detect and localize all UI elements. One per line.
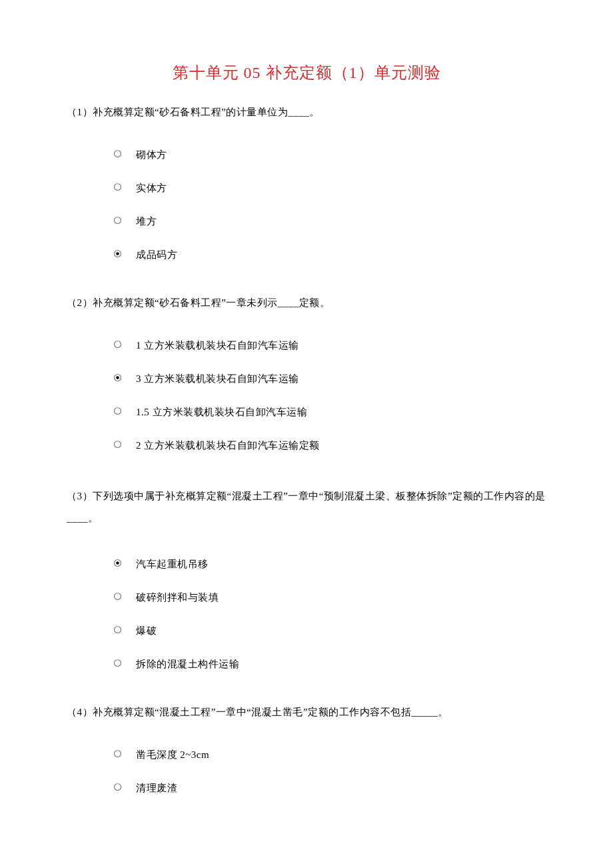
radio-unselected-icon[interactable] (113, 783, 122, 791)
option-row[interactable]: 砌体方 (113, 147, 546, 163)
option-label: 拆除的混凝土构件运输 (136, 656, 239, 672)
option-row[interactable]: 堆方 (113, 213, 546, 229)
option-label: 砌体方 (136, 147, 167, 163)
option-row[interactable]: 2 立方米装载机装块石自卸汽车运输定额 (113, 437, 546, 453)
question-4: （4）补充概算定额“混凝土工程”一章中“混凝土凿毛”定额的工作内容不包括____… (67, 704, 546, 796)
option-label: 堆方 (136, 213, 157, 229)
radio-unselected-icon[interactable] (113, 183, 122, 191)
question-3-text: （3）下列选项中属于补充概算定额“混凝土工程”一章中“预制混凝土梁、板整体拆除”… (67, 485, 546, 529)
page-title: 第十单元 05 补充定额（1）单元测验 (67, 60, 546, 85)
radio-unselected-icon[interactable] (113, 749, 122, 758)
option-label: 汽车起重机吊移 (136, 556, 209, 572)
radio-unselected-icon[interactable] (113, 659, 122, 667)
question-1-text: （1）补充概算定额“砂石备料工程”的计量单位为____。 (67, 104, 546, 120)
radio-unselected-icon[interactable] (113, 625, 122, 634)
option-label: 爆破 (136, 623, 157, 639)
option-row[interactable]: 凿毛深度 2~3cm (113, 747, 546, 763)
question-4-text: （4）补充概算定额“混凝土工程”一章中“混凝土凿毛”定额的工作内容不包括____… (67, 704, 546, 720)
question-4-options: 凿毛深度 2~3cm 清理废渣 (113, 747, 546, 796)
radio-unselected-icon[interactable] (113, 592, 122, 601)
question-1: （1）补充概算定额“砂石备料工程”的计量单位为____。 砌体方 实体方 堆方 … (67, 104, 546, 263)
radio-selected-icon[interactable] (113, 373, 122, 382)
radio-unselected-icon[interactable] (113, 149, 122, 158)
option-label: 清理废渣 (136, 780, 177, 796)
option-label: 1.5 立方米装载机装块石自卸汽车运输 (136, 404, 307, 420)
radio-unselected-icon[interactable] (113, 440, 122, 449)
option-row[interactable]: 实体方 (113, 180, 546, 196)
option-label: 实体方 (136, 180, 167, 196)
radio-unselected-icon[interactable] (113, 407, 122, 415)
option-row[interactable]: 1 立方米装载机装块石自卸汽车运输 (113, 337, 546, 353)
question-1-options: 砌体方 实体方 堆方 成品码方 (113, 147, 546, 263)
radio-unselected-icon[interactable] (113, 216, 122, 225)
question-2-text: （2）补充概算定额“砂石备料工程”一章未列示____定额。 (67, 295, 546, 311)
option-row[interactable]: 3 立方米装载机装块石自卸汽车运输 (113, 371, 546, 387)
option-label: 1 立方米装载机装块石自卸汽车运输 (136, 337, 299, 353)
option-row[interactable]: 拆除的混凝土构件运输 (113, 656, 546, 672)
option-row[interactable]: 爆破 (113, 623, 546, 639)
question-2-options: 1 立方米装载机装块石自卸汽车运输 3 立方米装载机装块石自卸汽车运输 1.5 … (113, 337, 546, 453)
radio-selected-icon[interactable] (113, 559, 122, 567)
option-label: 成品码方 (136, 247, 177, 263)
option-row[interactable]: 清理废渣 (113, 780, 546, 796)
question-3: （3）下列选项中属于补充概算定额“混凝土工程”一章中“预制混凝土梁、板整体拆除”… (67, 485, 546, 672)
question-2: （2）补充概算定额“砂石备料工程”一章未列示____定额。 1 立方米装载机装块… (67, 295, 546, 453)
svg-point-4 (116, 253, 119, 256)
option-label: 3 立方米装载机装块石自卸汽车运输 (136, 371, 299, 387)
svg-point-7 (116, 377, 119, 380)
option-label: 破碎剂拌和与装填 (136, 589, 219, 605)
option-label: 2 立方米装载机装块石自卸汽车运输定额 (136, 437, 320, 453)
question-3-options: 汽车起重机吊移 破碎剂拌和与装填 爆破 拆除的混凝土构件运输 (113, 556, 546, 672)
option-row[interactable]: 汽车起重机吊移 (113, 556, 546, 572)
option-row[interactable]: 成品码方 (113, 247, 546, 263)
option-row[interactable]: 1.5 立方米装载机装块石自卸汽车运输 (113, 404, 546, 420)
radio-unselected-icon[interactable] (113, 340, 122, 349)
svg-point-11 (116, 562, 119, 565)
option-row[interactable]: 破碎剂拌和与装填 (113, 589, 546, 605)
option-label: 凿毛深度 2~3cm (136, 747, 209, 763)
radio-selected-icon[interactable] (113, 249, 122, 258)
